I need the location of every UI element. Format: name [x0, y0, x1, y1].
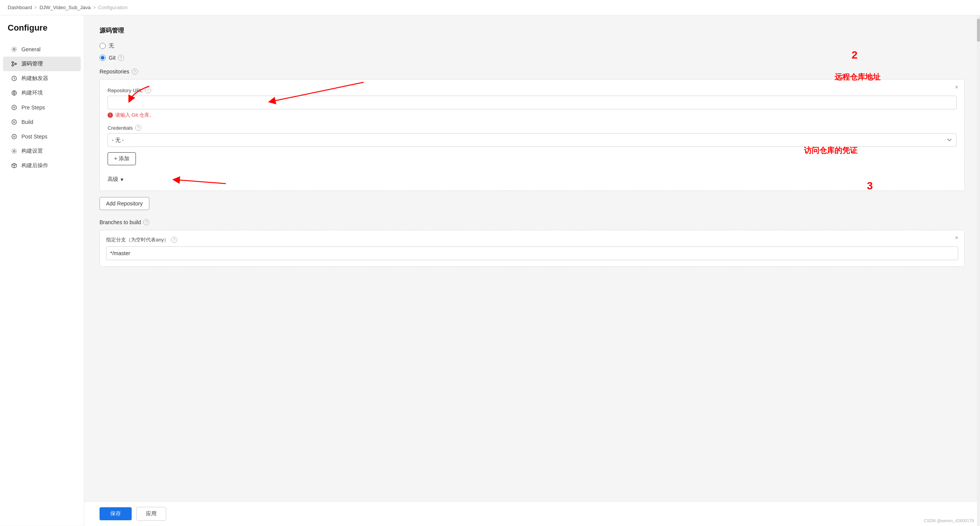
globe-icon	[11, 90, 18, 96]
credentials-help-icon[interactable]: ?	[135, 125, 141, 131]
repo-url-help-icon[interactable]: ?	[145, 87, 151, 93]
main-content: 源码管理 无 Git ? Repositories ? ×	[84, 15, 980, 526]
svg-point-12	[13, 150, 15, 152]
branches-to-build-label: Branches to build ?	[100, 219, 965, 225]
breadcrumb-sep1: >	[34, 5, 38, 10]
svg-point-0	[13, 49, 15, 50]
svg-point-11	[13, 136, 15, 137]
footer-bar: 保存 应用	[84, 501, 980, 526]
sidebar-label-pre-steps: Pre Steps	[21, 104, 45, 111]
sidebar-item-pre-steps[interactable]: Pre Steps	[3, 100, 81, 115]
repositories-help-icon[interactable]: ?	[132, 68, 138, 75]
repo-url-label: Repository URL ?	[108, 87, 957, 93]
sidebar-title: Configure	[0, 23, 84, 42]
source-type-radio-group: 无 Git ?	[100, 42, 965, 61]
build-icon	[11, 119, 18, 125]
repo-card: × Repository URL ? ! 请输入 Git 仓库。 Credent…	[100, 79, 965, 191]
credentials-label: Credentials ?	[108, 125, 957, 131]
source-icon	[11, 60, 18, 67]
build-settings-icon	[11, 148, 18, 155]
breadcrumb-project[interactable]: DJW_Video_Sub_Java	[39, 5, 90, 10]
branches-help-icon[interactable]: ?	[143, 219, 149, 225]
save-button[interactable]: 保存	[100, 507, 132, 520]
add-credentials-button[interactable]: + 添加	[108, 152, 136, 165]
svg-point-10	[12, 134, 16, 139]
sidebar-item-build-env[interactable]: 构建环境	[3, 86, 81, 100]
branch-input[interactable]	[106, 246, 958, 260]
svg-point-1	[12, 62, 13, 63]
watermark: CSDN @weixin_42600179	[924, 518, 974, 523]
breadcrumb: Dashboard > DJW_Video_Sub_Java > Configu…	[0, 0, 980, 15]
sidebar-item-build-trigger[interactable]: 构建触发器	[3, 71, 81, 86]
radio-git-option[interactable]: Git ?	[100, 55, 965, 61]
section-title: 源码管理	[100, 27, 965, 35]
pre-steps-icon	[11, 104, 18, 111]
sidebar-label-source-mgmt: 源码管理	[21, 60, 43, 67]
breadcrumb-dashboard[interactable]: Dashboard	[8, 5, 32, 10]
radio-none-option[interactable]: 无	[100, 42, 965, 49]
sidebar-item-post-build[interactable]: 构建后操作	[3, 158, 81, 173]
breadcrumb-current: Configuration	[98, 5, 127, 10]
gear-icon	[11, 46, 18, 53]
radio-none-input[interactable]	[100, 43, 106, 49]
error-dot: !	[108, 112, 113, 118]
svg-point-8	[12, 120, 16, 124]
branch-sublabel-help-icon[interactable]: ?	[171, 237, 177, 243]
sidebar-label-build: Build	[21, 119, 33, 125]
radio-git-input[interactable]	[100, 55, 106, 61]
git-help-icon[interactable]: ?	[118, 55, 124, 61]
svg-point-9	[13, 121, 15, 123]
sidebar-label-build-env: 构建环境	[21, 90, 43, 96]
sidebar-label-build-settings: 构建设置	[21, 148, 43, 155]
sidebar-label-general: General	[21, 46, 41, 52]
repo-url-error: ! 请输入 Git 仓库。	[108, 112, 957, 119]
sidebar-item-build-settings[interactable]: 构建设置	[3, 144, 81, 158]
svg-point-7	[13, 107, 15, 108]
advanced-chevron-icon: ▾	[121, 176, 123, 182]
sidebar-label-build-trigger: 构建触发器	[21, 75, 48, 82]
sidebar-item-post-steps[interactable]: Post Steps	[3, 129, 81, 144]
sidebar-label-post-steps: Post Steps	[21, 134, 47, 140]
branch-card-close-button[interactable]: ×	[953, 234, 960, 242]
repositories-label: Repositories ?	[100, 68, 965, 75]
cube-icon	[11, 162, 18, 169]
apply-button[interactable]: 应用	[136, 507, 166, 521]
credentials-section: Credentials ? - 无 -	[108, 125, 957, 147]
sidebar-item-build[interactable]: Build	[3, 115, 81, 129]
add-repository-button[interactable]: Add Repository	[100, 197, 149, 210]
breadcrumb-sep2: >	[93, 5, 96, 10]
svg-point-2	[12, 65, 13, 66]
credentials-select[interactable]: - 无 -	[108, 133, 957, 147]
clock-icon	[11, 75, 18, 82]
scrollbar-thumb[interactable]	[977, 19, 980, 42]
svg-point-6	[12, 105, 16, 110]
branch-sublabel: 指定分支（为空时代表any） ?	[106, 236, 958, 243]
post-steps-icon	[11, 133, 18, 140]
sidebar-item-general[interactable]: General	[3, 42, 81, 57]
repo-card-close-button[interactable]: ×	[953, 83, 960, 91]
repo-url-input[interactable]	[108, 96, 957, 109]
radio-git-label: Git ?	[109, 55, 124, 61]
radio-none-label: 无	[109, 42, 114, 49]
branch-card: × 指定分支（为空时代表any） ?	[100, 230, 965, 267]
advanced-toggle[interactable]: 高级 ▾	[108, 176, 123, 183]
sidebar: Configure General 源码管理	[0, 15, 84, 526]
sidebar-label-post-build: 构建后操作	[21, 162, 48, 169]
sidebar-item-source-mgmt[interactable]: 源码管理	[3, 57, 81, 71]
scrollbar-track[interactable]	[977, 16, 980, 526]
